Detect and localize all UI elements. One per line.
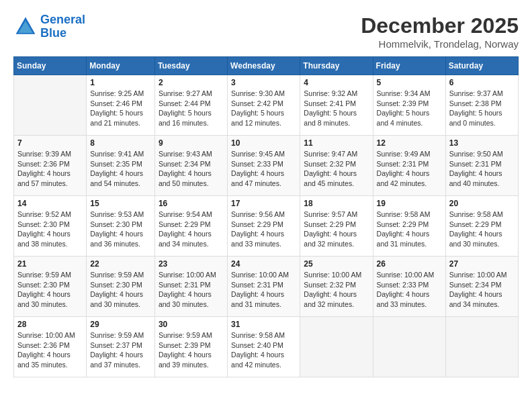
day-info: Sunrise: 9:34 AMSunset: 2:39 PMDaylight:… [377, 89, 442, 128]
day-number: 29 [90, 320, 151, 329]
title-block: December 2025 Hommelvik, Trondelag, Norw… [361, 13, 519, 50]
day-info: Sunrise: 9:59 AMSunset: 2:30 PMDaylight:… [17, 270, 83, 310]
month-title: December 2025 [361, 13, 519, 38]
page-header: General Blue December 2025 Hommelvik, Tr… [13, 13, 519, 50]
day-info: Sunrise: 9:58 AMSunset: 2:29 PMDaylight:… [449, 210, 515, 249]
day-info: Sunrise: 9:43 AMSunset: 2:34 PMDaylight:… [159, 149, 224, 189]
day-number: 15 [90, 199, 151, 208]
calendar-cell: 6Sunrise: 9:37 AMSunset: 2:38 PMDaylight… [445, 75, 518, 136]
calendar-cell [445, 317, 518, 377]
weekday-header: Monday [87, 57, 155, 75]
day-info: Sunrise: 9:37 AMSunset: 2:38 PMDaylight:… [449, 89, 515, 128]
day-number: 22 [90, 259, 151, 269]
day-info: Sunrise: 10:00 AMSunset: 2:31 PMDaylight… [231, 270, 296, 310]
day-info: Sunrise: 9:52 AMSunset: 2:30 PMDaylight:… [17, 210, 83, 249]
weekday-header-row: SundayMondayTuesdayWednesdayThursdayFrid… [14, 57, 519, 75]
day-number: 31 [231, 320, 296, 329]
day-info: Sunrise: 9:59 AMSunset: 2:30 PMDaylight:… [90, 270, 151, 310]
day-info: Sunrise: 9:50 AMSunset: 2:31 PMDaylight:… [449, 149, 515, 189]
logo: General Blue [13, 13, 85, 40]
day-number: 1 [90, 78, 151, 87]
weekday-header: Tuesday [154, 57, 227, 75]
day-info: Sunrise: 9:45 AMSunset: 2:33 PMDaylight:… [231, 149, 296, 189]
day-info: Sunrise: 9:59 AMSunset: 2:37 PMDaylight:… [90, 330, 151, 370]
day-number: 8 [90, 138, 151, 148]
day-info: Sunrise: 9:58 AMSunset: 2:29 PMDaylight:… [377, 210, 442, 249]
calendar-cell: 19Sunrise: 9:58 AMSunset: 2:29 PMDayligh… [373, 196, 445, 257]
calendar-cell: 28Sunrise: 10:00 AMSunset: 2:36 PMDaylig… [14, 317, 87, 377]
logo-icon [13, 15, 38, 39]
day-info: Sunrise: 10:00 AMSunset: 2:31 PMDaylight… [159, 270, 224, 310]
day-number: 24 [231, 259, 296, 269]
day-info: Sunrise: 9:32 AMSunset: 2:41 PMDaylight:… [304, 89, 369, 128]
day-info: Sunrise: 9:30 AMSunset: 2:42 PMDaylight:… [231, 89, 296, 128]
calendar-cell: 7Sunrise: 9:39 AMSunset: 2:36 PMDaylight… [14, 136, 87, 196]
day-number: 7 [17, 138, 83, 148]
day-number: 28 [17, 320, 83, 329]
day-number: 6 [449, 78, 515, 87]
day-number: 3 [231, 78, 296, 87]
day-number: 26 [377, 259, 442, 269]
day-info: Sunrise: 9:58 AMSunset: 2:40 PMDaylight:… [231, 330, 296, 370]
calendar-cell: 3Sunrise: 9:30 AMSunset: 2:42 PMDaylight… [228, 75, 300, 136]
day-info: Sunrise: 9:39 AMSunset: 2:36 PMDaylight:… [17, 149, 83, 189]
location: Hommelvik, Trondelag, Norway [361, 38, 519, 50]
day-info: Sunrise: 9:41 AMSunset: 2:35 PMDaylight:… [90, 149, 151, 189]
calendar-cell: 5Sunrise: 9:34 AMSunset: 2:39 PMDaylight… [373, 75, 445, 136]
weekday-header: Friday [373, 57, 445, 75]
calendar-cell: 23Sunrise: 10:00 AMSunset: 2:31 PMDaylig… [154, 257, 227, 317]
day-number: 2 [159, 78, 224, 87]
day-number: 5 [377, 78, 442, 87]
day-number: 13 [449, 138, 515, 148]
calendar-table: SundayMondayTuesdayWednesdayThursdayFrid… [13, 56, 519, 377]
day-number: 9 [159, 138, 224, 148]
calendar-week-row: 1Sunrise: 9:25 AMSunset: 2:46 PMDaylight… [14, 75, 519, 136]
calendar-cell: 11Sunrise: 9:47 AMSunset: 2:32 PMDayligh… [300, 136, 373, 196]
day-info: Sunrise: 9:57 AMSunset: 2:29 PMDaylight:… [304, 210, 369, 249]
day-info: Sunrise: 9:25 AMSunset: 2:46 PMDaylight:… [90, 89, 151, 128]
calendar-cell [373, 317, 445, 377]
calendar-cell: 18Sunrise: 9:57 AMSunset: 2:29 PMDayligh… [300, 196, 373, 257]
calendar-cell: 21Sunrise: 9:59 AMSunset: 2:30 PMDayligh… [14, 257, 87, 317]
weekday-header: Wednesday [228, 57, 300, 75]
calendar-cell: 10Sunrise: 9:45 AMSunset: 2:33 PMDayligh… [228, 136, 300, 196]
calendar-cell: 25Sunrise: 10:00 AMSunset: 2:32 PMDaylig… [300, 257, 373, 317]
calendar-cell: 31Sunrise: 9:58 AMSunset: 2:40 PMDayligh… [228, 317, 300, 377]
day-number: 21 [17, 259, 83, 269]
calendar-cell: 9Sunrise: 9:43 AMSunset: 2:34 PMDaylight… [154, 136, 227, 196]
calendar-cell: 14Sunrise: 9:52 AMSunset: 2:30 PMDayligh… [14, 196, 87, 257]
day-number: 25 [304, 259, 369, 269]
day-info: Sunrise: 10:00 AMSunset: 2:32 PMDaylight… [304, 270, 369, 310]
day-info: Sunrise: 9:27 AMSunset: 2:44 PMDaylight:… [159, 89, 224, 128]
day-number: 14 [17, 199, 83, 208]
calendar-week-row: 28Sunrise: 10:00 AMSunset: 2:36 PMDaylig… [14, 317, 519, 377]
calendar-cell: 16Sunrise: 9:54 AMSunset: 2:29 PMDayligh… [154, 196, 227, 257]
calendar-cell: 2Sunrise: 9:27 AMSunset: 2:44 PMDaylight… [154, 75, 227, 136]
weekday-header: Sunday [14, 57, 87, 75]
logo-text: General Blue [40, 13, 85, 40]
day-number: 16 [159, 199, 224, 208]
calendar-cell: 1Sunrise: 9:25 AMSunset: 2:46 PMDaylight… [87, 75, 155, 136]
calendar-cell: 22Sunrise: 9:59 AMSunset: 2:30 PMDayligh… [87, 257, 155, 317]
calendar-cell: 26Sunrise: 10:00 AMSunset: 2:33 PMDaylig… [373, 257, 445, 317]
day-number: 10 [231, 138, 296, 148]
calendar-cell: 4Sunrise: 9:32 AMSunset: 2:41 PMDaylight… [300, 75, 373, 136]
day-number: 19 [377, 199, 442, 208]
day-info: Sunrise: 10:00 AMSunset: 2:36 PMDaylight… [17, 330, 83, 370]
calendar-cell [300, 317, 373, 377]
calendar-cell: 8Sunrise: 9:41 AMSunset: 2:35 PMDaylight… [87, 136, 155, 196]
day-number: 4 [304, 78, 369, 87]
day-number: 18 [304, 199, 369, 208]
day-info: Sunrise: 9:59 AMSunset: 2:39 PMDaylight:… [159, 330, 224, 370]
day-info: Sunrise: 9:54 AMSunset: 2:29 PMDaylight:… [159, 210, 224, 249]
calendar-cell: 30Sunrise: 9:59 AMSunset: 2:39 PMDayligh… [154, 317, 227, 377]
calendar-week-row: 7Sunrise: 9:39 AMSunset: 2:36 PMDaylight… [14, 136, 519, 196]
calendar-cell: 15Sunrise: 9:53 AMSunset: 2:30 PMDayligh… [87, 196, 155, 257]
day-number: 12 [377, 138, 442, 148]
day-number: 20 [449, 199, 515, 208]
day-info: Sunrise: 9:53 AMSunset: 2:30 PMDaylight:… [90, 210, 151, 249]
day-number: 11 [304, 138, 369, 148]
weekday-header: Saturday [445, 57, 518, 75]
day-info: Sunrise: 9:56 AMSunset: 2:29 PMDaylight:… [231, 210, 296, 249]
calendar-cell: 12Sunrise: 9:49 AMSunset: 2:31 PMDayligh… [373, 136, 445, 196]
